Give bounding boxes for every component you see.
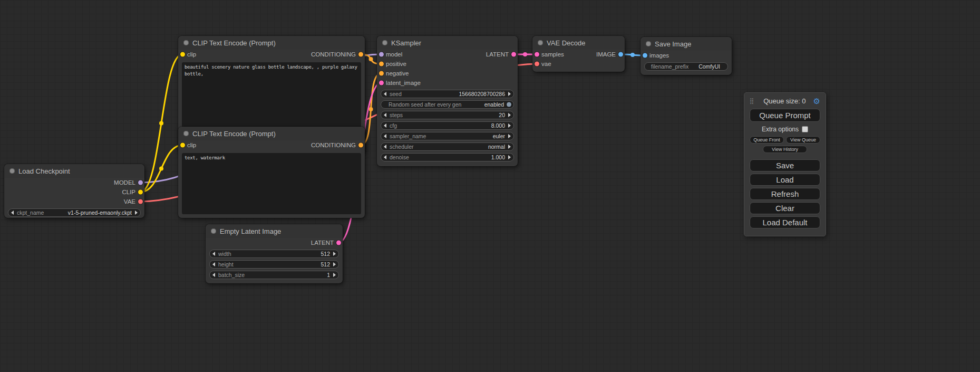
settings-gear-icon[interactable]: ⚙ <box>813 97 820 105</box>
toggle-dot-icon[interactable] <box>507 102 511 107</box>
arrow-left-icon[interactable] <box>384 92 386 96</box>
arrow-right-icon[interactable] <box>508 113 511 117</box>
arrow-right-icon[interactable] <box>508 134 511 138</box>
save-button[interactable]: Save <box>750 159 820 171</box>
output-port-clip[interactable] <box>138 190 143 195</box>
widget-value: ComfyUI <box>698 63 720 70</box>
arrow-left-icon[interactable] <box>11 211 14 215</box>
arrow-right-icon[interactable] <box>508 145 511 149</box>
input-label-samples: samples <box>541 51 564 58</box>
node-collapse-dot[interactable] <box>183 131 189 136</box>
clear-button[interactable]: Clear <box>750 202 820 214</box>
arrow-right-icon[interactable] <box>508 123 511 128</box>
node-graph-canvas[interactable]: { "colors": { "model": "#B39DDB", "clip"… <box>0 0 980 372</box>
input-port-model[interactable] <box>379 52 384 57</box>
widget-width[interactable]: width 512 <box>209 250 339 258</box>
node-collapse-dot[interactable] <box>538 40 543 45</box>
widget-sampler-name[interactable]: sampler_name euler <box>381 132 514 140</box>
arrow-left-icon[interactable] <box>384 123 386 128</box>
widget-height[interactable]: height 512 <box>209 260 339 269</box>
link-midpoint-dot[interactable] <box>630 53 635 57</box>
node-header[interactable]: KSampler <box>377 36 518 50</box>
output-port-model[interactable] <box>138 180 143 185</box>
node-empty-latent-image[interactable]: Empty Latent Image LATENT width 512 heig… <box>206 224 343 283</box>
node-header[interactable]: CLIP Text Encode (Prompt) <box>178 36 365 50</box>
node-collapse-dot[interactable] <box>183 40 189 45</box>
prompt-textarea[interactable]: text, watermark <box>182 153 361 214</box>
arrow-left-icon[interactable] <box>384 155 386 159</box>
node-header[interactable]: Empty Latent Image <box>206 224 343 238</box>
output-port-latent[interactable] <box>511 52 516 57</box>
link-midpoint-dot[interactable] <box>159 167 163 171</box>
input-port-clip[interactable] <box>180 143 185 148</box>
output-port-vae[interactable] <box>138 199 143 204</box>
widget-random-seed-toggle[interactable]: Random seed after every gen enabled <box>381 100 514 109</box>
output-port-conditioning[interactable] <box>358 52 363 57</box>
widget-denoise[interactable]: denoise 1.000 <box>381 153 514 161</box>
load-button[interactable]: Load <box>750 174 820 186</box>
queue-prompt-button[interactable]: Queue Prompt <box>750 109 820 122</box>
input-port-vae[interactable] <box>535 62 539 66</box>
input-label-vae: vae <box>541 61 551 67</box>
input-port-clip[interactable] <box>180 52 185 57</box>
view-queue-button[interactable]: View Queue <box>786 136 820 144</box>
arrow-left-icon[interactable] <box>212 252 215 256</box>
node-title-text: CLIP Text Encode (Prompt) <box>192 39 276 47</box>
node-collapse-dot[interactable] <box>382 40 387 45</box>
node-header[interactable]: VAE Decode <box>532 36 625 50</box>
node-ksampler[interactable]: KSampler model LATENT positive negative … <box>377 36 518 166</box>
node-collapse-dot[interactable] <box>646 41 651 46</box>
node-header[interactable]: CLIP Text Encode (Prompt) <box>178 127 365 140</box>
link-midpoint-dot[interactable] <box>523 52 527 56</box>
drag-handle-icon[interactable]: ⣿ <box>750 98 754 104</box>
node-header[interactable]: Save Image <box>641 37 732 51</box>
extra-options-checkbox[interactable] <box>802 126 808 132</box>
link-midpoint-dot[interactable] <box>369 107 373 111</box>
widget-steps[interactable]: steps 20 <box>381 111 514 119</box>
slot-row: latent_image <box>377 78 518 88</box>
input-port-negative[interactable] <box>379 71 384 76</box>
queue-front-button[interactable]: Queue Front <box>750 136 784 144</box>
node-title-text: Save Image <box>655 40 691 48</box>
load-default-button[interactable]: Load Default <box>750 216 820 228</box>
widget-label: height <box>218 261 234 268</box>
arrow-right-icon[interactable] <box>135 211 138 215</box>
widget-filename-prefix[interactable]: filename_prefix ComfyUI <box>644 62 728 71</box>
output-port-image[interactable] <box>618 52 623 57</box>
widget-label: denoise <box>390 154 409 160</box>
link-midpoint-dot[interactable] <box>369 57 373 61</box>
node-clip-text-encode-negative[interactable]: CLIP Text Encode (Prompt) clip CONDITION… <box>178 127 365 218</box>
input-port-positive[interactable] <box>379 62 384 66</box>
output-label-model: MODEL <box>114 179 135 186</box>
output-port-latent[interactable] <box>336 241 341 245</box>
input-port-images[interactable] <box>643 53 647 58</box>
widget-ckpt-name[interactable]: ckpt_name v1-5-pruned-emaonly.ckpt <box>8 208 141 217</box>
input-port-samples[interactable] <box>535 52 539 57</box>
arrow-right-icon[interactable] <box>333 252 336 256</box>
arrow-left-icon[interactable] <box>212 273 215 277</box>
arrow-left-icon[interactable] <box>212 262 215 266</box>
widget-batch-size[interactable]: batch_size 1 <box>209 271 339 279</box>
refresh-button[interactable]: Refresh <box>750 188 820 200</box>
widget-cfg[interactable]: cfg 8.000 <box>381 121 514 130</box>
node-vae-decode[interactable]: VAE Decode samples IMAGE vae <box>532 36 625 72</box>
arrow-left-icon[interactable] <box>384 134 386 138</box>
node-collapse-dot[interactable] <box>211 228 216 234</box>
node-collapse-dot[interactable] <box>9 168 15 174</box>
output-port-conditioning[interactable] <box>358 143 363 148</box>
input-port-latent-image[interactable] <box>379 81 384 85</box>
arrow-right-icon[interactable] <box>508 92 511 96</box>
link-midpoint-dot[interactable] <box>159 121 163 126</box>
arrow-right-icon[interactable] <box>333 262 336 266</box>
arrow-left-icon[interactable] <box>384 145 386 149</box>
arrow-right-icon[interactable] <box>508 155 511 159</box>
arrow-left-icon[interactable] <box>384 113 386 117</box>
node-save-image[interactable]: Save Image images filename_prefix ComfyU… <box>641 37 732 75</box>
widget-seed[interactable]: seed 156680208700286 <box>381 90 514 98</box>
node-header[interactable]: Load Checkpoint <box>4 164 144 178</box>
view-history-button[interactable]: View History <box>763 146 807 153</box>
output-label-vae: VAE <box>124 198 135 205</box>
node-load-checkpoint[interactable]: Load Checkpoint MODEL CLIP VAE ckpt_name… <box>4 164 144 218</box>
widget-scheduler[interactable]: scheduler normal <box>381 142 514 151</box>
arrow-right-icon[interactable] <box>333 273 336 277</box>
